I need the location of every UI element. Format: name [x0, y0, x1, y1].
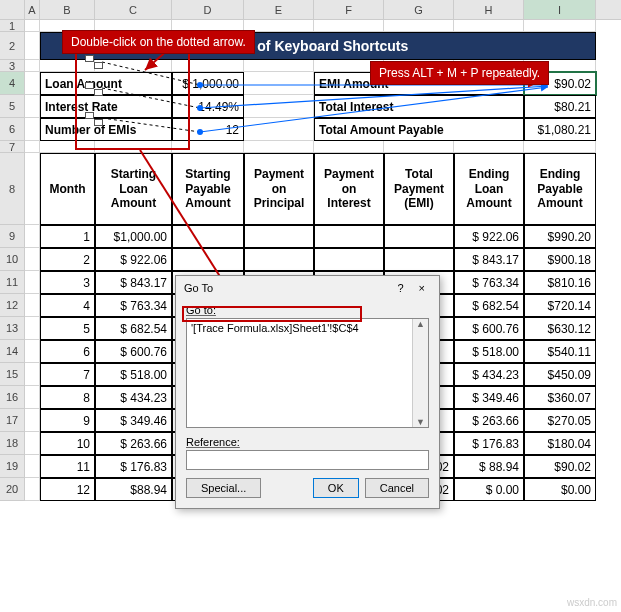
row-4[interactable]: 4	[0, 72, 25, 95]
value-total-interest[interactable]: $80.21	[524, 95, 596, 118]
cell-sla[interactable]: $ 263.66	[95, 432, 172, 455]
cell-month[interactable]: 4	[40, 294, 95, 317]
special-button[interactable]: Special...	[186, 478, 261, 498]
ok-button[interactable]: OK	[313, 478, 359, 498]
cell-epa[interactable]: $900.18	[524, 248, 596, 271]
cell-month[interactable]: 2	[40, 248, 95, 271]
cell-month[interactable]: 3	[40, 271, 95, 294]
col-e[interactable]: E	[244, 0, 314, 19]
row-18[interactable]: 18	[0, 432, 25, 455]
row-20[interactable]: 20	[0, 478, 25, 501]
value-number-emis[interactable]: 12	[172, 118, 244, 141]
cell-sla[interactable]: $ 349.46	[95, 409, 172, 432]
cell-ela[interactable]: $ 434.23	[454, 363, 524, 386]
row-6[interactable]: 6	[0, 118, 25, 141]
cell-pi[interactable]	[314, 225, 384, 248]
cell-pp[interactable]	[244, 225, 314, 248]
dialog-help-button[interactable]: ?	[391, 282, 409, 294]
cell-ela[interactable]: $ 763.34	[454, 271, 524, 294]
dialog-close-button[interactable]: ×	[413, 282, 431, 294]
cell-tp[interactable]	[384, 225, 454, 248]
cell-month[interactable]: 11	[40, 455, 95, 478]
cell-month[interactable]: 9	[40, 409, 95, 432]
cell-sla[interactable]: $ 843.17	[95, 271, 172, 294]
col-f[interactable]: F	[314, 0, 384, 19]
row-14[interactable]: 14	[0, 340, 25, 363]
col-b[interactable]: B	[40, 0, 95, 19]
cell-spa[interactable]	[172, 225, 244, 248]
goto-list[interactable]: '[Trace Formula.xlsx]Sheet1'!$C$4	[186, 318, 429, 428]
value-interest-rate[interactable]: 14.49%	[172, 95, 244, 118]
row-9[interactable]: 9	[0, 225, 25, 248]
cell-epa[interactable]: $630.12	[524, 317, 596, 340]
cell-sla[interactable]: $ 434.23	[95, 386, 172, 409]
col-h[interactable]: H	[454, 0, 524, 19]
row-11[interactable]: 11	[0, 271, 25, 294]
cell-ela[interactable]: $ 922.06	[454, 225, 524, 248]
table-row[interactable]: 1$1,000.00$ 922.06$990.20	[25, 225, 596, 248]
trace-precedents-icon[interactable]	[85, 112, 103, 126]
cell-month[interactable]: 5	[40, 317, 95, 340]
cell-month[interactable]: 6	[40, 340, 95, 363]
col-i[interactable]: I	[524, 0, 596, 19]
row-13[interactable]: 13	[0, 317, 25, 340]
cell-ela[interactable]: $ 518.00	[454, 340, 524, 363]
cell-month[interactable]: 8	[40, 386, 95, 409]
value-loan-amount[interactable]: $ 1,000.00	[172, 72, 244, 95]
row-headers[interactable]: 1 2 3 4 5 6 7 8 9 10 11 12 13 14 15 16 1…	[0, 20, 25, 501]
row-1[interactable]: 1	[0, 20, 25, 32]
cell-epa[interactable]: $270.05	[524, 409, 596, 432]
cell-month[interactable]: 1	[40, 225, 95, 248]
cancel-button[interactable]: Cancel	[365, 478, 429, 498]
cell-sla[interactable]: $ 922.06	[95, 248, 172, 271]
row-5[interactable]: 5	[0, 95, 25, 118]
cell-spa[interactable]	[172, 248, 244, 271]
row-3[interactable]: 3	[0, 60, 25, 72]
row-17[interactable]: 17	[0, 409, 25, 432]
row-19[interactable]: 19	[0, 455, 25, 478]
row-10[interactable]: 10	[0, 248, 25, 271]
cell-epa[interactable]: $0.00	[524, 478, 596, 501]
cell-epa[interactable]: $720.14	[524, 294, 596, 317]
trace-precedents-icon[interactable]	[85, 55, 103, 69]
cell-epa[interactable]: $90.02	[524, 455, 596, 478]
cell-ela[interactable]: $ 600.76	[454, 317, 524, 340]
row-2[interactable]: 2	[0, 32, 25, 60]
cell-ela[interactable]: $ 176.83	[454, 432, 524, 455]
cell-ela[interactable]: $ 843.17	[454, 248, 524, 271]
cell-month[interactable]: 10	[40, 432, 95, 455]
cell-sla[interactable]: $88.94	[95, 478, 172, 501]
value-total-payable[interactable]: $1,080.21	[524, 118, 596, 141]
row-8[interactable]: 8	[0, 153, 25, 225]
cell-sla[interactable]: $ 682.54	[95, 317, 172, 340]
cell-ela[interactable]: $ 0.00	[454, 478, 524, 501]
cell-pi[interactable]	[314, 248, 384, 271]
trace-precedents-icon[interactable]	[85, 82, 103, 96]
scrollbar[interactable]	[412, 319, 428, 427]
cell-epa[interactable]: $360.07	[524, 386, 596, 409]
row-12[interactable]: 12	[0, 294, 25, 317]
table-row[interactable]: 2$ 922.06$ 843.17$900.18	[25, 248, 596, 271]
cell-sla[interactable]: $ 518.00	[95, 363, 172, 386]
row-15[interactable]: 15	[0, 363, 25, 386]
cell-epa[interactable]: $810.16	[524, 271, 596, 294]
cell-sla[interactable]: $ 176.83	[95, 455, 172, 478]
reference-input[interactable]	[186, 450, 429, 470]
row-7[interactable]: 7	[0, 141, 25, 153]
cell-ela[interactable]: $ 263.66	[454, 409, 524, 432]
cell-ela[interactable]: $ 682.54	[454, 294, 524, 317]
cell-tp[interactable]	[384, 248, 454, 271]
cell-epa[interactable]: $450.09	[524, 363, 596, 386]
cell-sla[interactable]: $ 763.34	[95, 294, 172, 317]
cell-ela[interactable]: $ 88.94	[454, 455, 524, 478]
goto-list-item[interactable]: '[Trace Formula.xlsx]Sheet1'!$C$4	[189, 321, 426, 335]
cell-month[interactable]: 7	[40, 363, 95, 386]
cell-sla[interactable]: $1,000.00	[95, 225, 172, 248]
cell-epa[interactable]: $990.20	[524, 225, 596, 248]
cell-pp[interactable]	[244, 248, 314, 271]
row-16[interactable]: 16	[0, 386, 25, 409]
cell-epa[interactable]: $540.11	[524, 340, 596, 363]
cell-epa[interactable]: $180.04	[524, 432, 596, 455]
col-g[interactable]: G	[384, 0, 454, 19]
cell-ela[interactable]: $ 349.46	[454, 386, 524, 409]
